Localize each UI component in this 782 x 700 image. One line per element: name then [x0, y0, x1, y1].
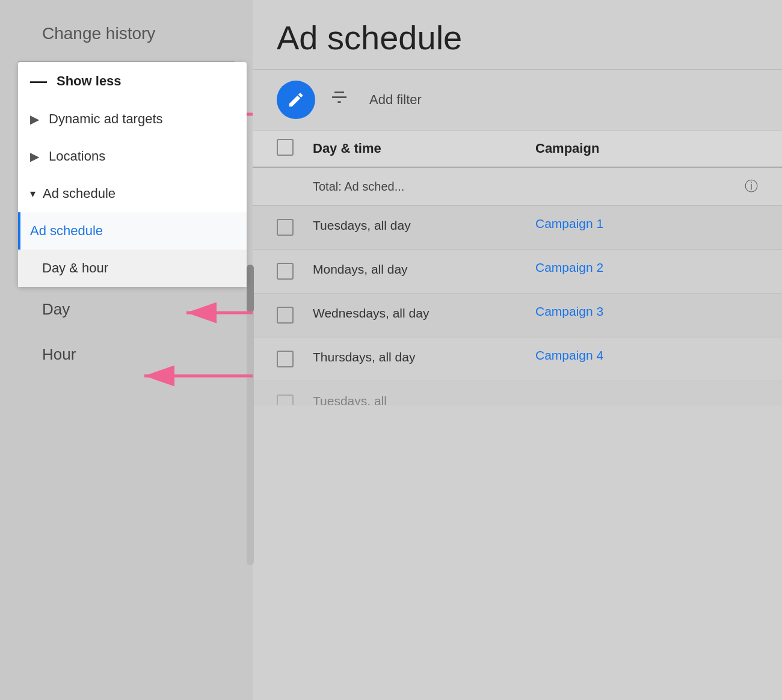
row-daytime: Wednesdays, all day	[313, 304, 535, 322]
show-less-label: Show less	[57, 73, 122, 89]
day-hour-label: Day & hour	[42, 260, 108, 276]
row-checkbox-col	[277, 260, 313, 282]
dynamic-ad-targets-label: Dynamic ad targets	[49, 111, 163, 127]
toolbar: Add filter	[253, 70, 782, 130]
row-checkbox-col	[277, 348, 313, 370]
locations-label: Locations	[49, 149, 105, 164]
main-container: Change history — Show less ▶ Dynamic ad …	[0, 0, 782, 700]
change-history-label: Change history	[0, 12, 253, 61]
row-daytime: Tuesdays, all	[313, 392, 535, 405]
arrow-right-icon: ▶	[30, 112, 39, 126]
filter-svg	[330, 88, 349, 108]
scroll-thumb[interactable]	[247, 265, 254, 313]
row-checkbox[interactable]	[277, 395, 294, 405]
row-checkbox[interactable]	[277, 263, 294, 280]
col-header-daytime: Day & time	[313, 141, 535, 156]
dash-icon: —	[30, 73, 47, 90]
sidebar-item-day-hour[interactable]: Day & hour	[18, 250, 247, 287]
ad-schedule-active-label: Ad schedule	[30, 223, 103, 239]
day-label: Day	[42, 300, 70, 319]
show-less-item[interactable]: — Show less	[18, 62, 247, 100]
sidebar-item-hour[interactable]: Hour	[0, 332, 253, 377]
row-daytime: Thursdays, all day	[313, 348, 535, 366]
row-campaign[interactable]: Campaign 3	[535, 304, 758, 319]
edit-button[interactable]	[277, 81, 315, 119]
table-row: Thursdays, all day Campaign 4	[253, 337, 782, 381]
sidebar-item-day[interactable]: Day	[0, 287, 253, 332]
filter-icon[interactable]	[327, 86, 351, 114]
hour-label: Hour	[42, 345, 76, 364]
sidebar-item-dynamic-ad-targets[interactable]: ▶ Dynamic ad targets	[18, 100, 247, 138]
dropdown-panel: — Show less ▶ Dynamic ad targets ▶ Locat…	[18, 62, 247, 287]
page-title: Ad schedule	[253, 0, 782, 69]
table-header: Day & time Campaign	[253, 130, 782, 168]
arrow-right-icon-2: ▶	[30, 149, 39, 164]
total-text: Total: Ad sched...	[313, 180, 745, 194]
row-checkbox-col	[277, 304, 313, 326]
ad-schedule-parent-label: Ad schedule	[43, 186, 115, 201]
row-checkbox[interactable]	[277, 307, 294, 324]
scroll-track[interactable]	[247, 265, 254, 565]
sidebar-item-ad-schedule-parent[interactable]: ▾ Ad schedule	[18, 175, 247, 212]
row-checkbox[interactable]	[277, 219, 294, 236]
arrow-down-icon: ▾	[30, 187, 35, 200]
row-campaign[interactable]: Campaign 2	[535, 260, 758, 275]
table-row: Wednesdays, all day Campaign 3	[253, 293, 782, 337]
table-rows-container: Tuesdays, all day Campaign 1 Mondays, al…	[253, 206, 782, 405]
content-area: Ad schedule Add filter D	[253, 0, 782, 700]
select-all-checkbox[interactable]	[277, 139, 294, 156]
row-daytime: Tuesdays, all day	[313, 216, 535, 234]
sidebar-item-locations[interactable]: ▶ Locations	[18, 138, 247, 175]
info-icon[interactable]: ⓘ	[745, 177, 758, 195]
row-checkbox-col	[277, 216, 313, 238]
row-checkbox[interactable]	[277, 351, 294, 367]
row-checkbox-col	[277, 392, 313, 405]
table-row: Tuesdays, all	[253, 381, 782, 405]
add-filter-button[interactable]: Add filter	[369, 92, 422, 108]
row-campaign[interactable]: Campaign 4	[535, 348, 758, 363]
pencil-icon	[287, 91, 305, 109]
header-checkbox-col	[277, 139, 313, 158]
row-daytime: Mondays, all day	[313, 260, 535, 278]
table-row: Mondays, all day Campaign 2	[253, 250, 782, 293]
col-header-campaign: Campaign	[535, 141, 758, 156]
table-row: Tuesdays, all day Campaign 1	[253, 206, 782, 250]
sidebar: Change history — Show less ▶ Dynamic ad …	[0, 0, 253, 700]
table-container: Day & time Campaign Total: Ad sched... ⓘ…	[253, 130, 782, 405]
row-campaign[interactable]: Campaign 1	[535, 216, 758, 231]
sidebar-item-ad-schedule-active[interactable]: Ad schedule	[18, 212, 247, 250]
total-row: Total: Ad sched... ⓘ	[253, 168, 782, 206]
